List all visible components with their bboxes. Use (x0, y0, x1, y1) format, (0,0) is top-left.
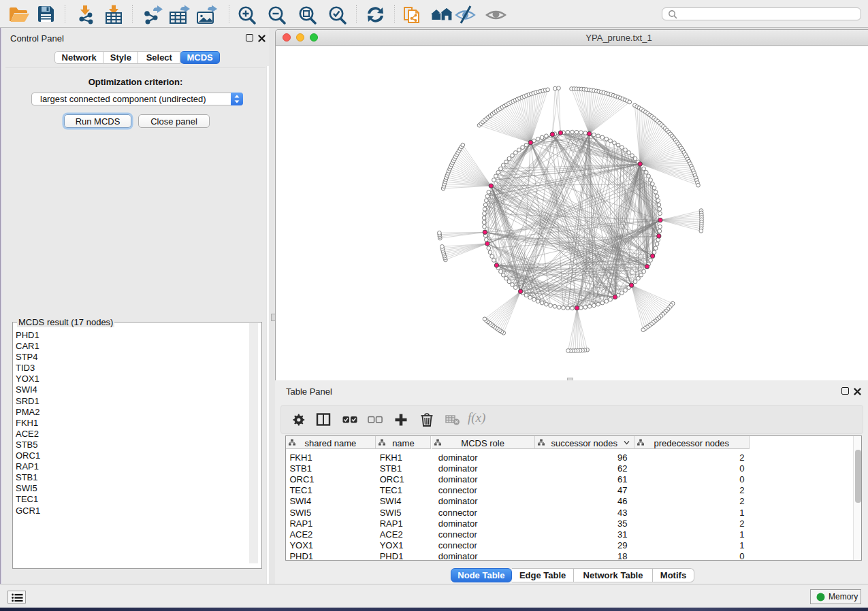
svg-text:f(x): f(x) (468, 411, 485, 425)
